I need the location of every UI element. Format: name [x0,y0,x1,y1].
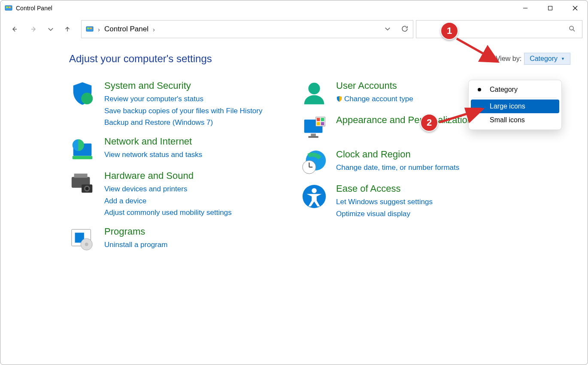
network-icon [69,136,96,163]
svg-rect-16 [73,156,93,159]
control-panel-app-icon [5,4,12,12]
window-controls [513,0,588,16]
svg-rect-4 [549,6,552,10]
breadcrumb-chevron-icon[interactable]: › [98,26,100,33]
recent-locations-button[interactable] [45,21,56,38]
svg-line-42 [457,39,494,60]
svg-point-26 [85,243,88,246]
titlebar-left: Control Panel [5,4,52,12]
appearance-icon [301,115,327,141]
close-button[interactable] [563,0,588,16]
category-link[interactable]: Let Windows suggest settings [336,196,433,208]
category-title[interactable]: Programs [104,226,167,237]
category-title[interactable]: User Accounts [336,80,413,91]
svg-rect-35 [321,122,324,125]
maximize-button[interactable] [538,0,563,16]
svg-rect-10 [87,27,89,29]
programs-icon [69,226,96,253]
page-heading: Adjust your computer's settings [69,53,212,65]
view-by-selected: Category [530,55,558,63]
category-title[interactable]: Hardware and Sound [104,170,232,181]
category-clock-region: Clock and Region Change date, time, or n… [301,149,524,175]
svg-point-22 [85,187,89,190]
printer-camera-icon [69,170,96,197]
svg-point-12 [570,26,573,30]
category-link[interactable]: Review your computer's status [104,93,263,105]
chevron-down-icon: ▼ [561,57,565,61]
back-button[interactable] [6,21,23,38]
svg-point-41 [312,188,317,193]
address-left: › Control Panel › [86,25,155,33]
category-programs: Programs Uninstall a program [69,226,292,253]
category-link[interactable]: Uninstall a program [104,239,167,250]
user-icon [301,80,327,107]
control-panel-window: Control Panel [0,0,588,365]
address-history-button[interactable] [384,25,391,34]
category-link[interactable]: View devices and printers [104,183,232,195]
menu-item-category[interactable]: Category [471,83,559,97]
search-icon[interactable] [568,25,576,34]
view-by-dropdown[interactable]: Category ▼ [524,53,570,65]
breadcrumb-chevron-icon[interactable]: › [153,26,155,33]
address-app-icon [86,25,94,33]
category-link[interactable]: Add a device [104,195,232,207]
svg-line-13 [573,30,575,31]
svg-rect-33 [321,118,324,121]
category-link[interactable]: Optimize visual display [336,208,433,220]
up-button[interactable] [59,21,76,38]
svg-rect-30 [308,136,318,138]
svg-rect-32 [317,118,320,121]
category-hardware-sound: Hardware and Sound View devices and prin… [69,170,292,218]
category-ease-of-access: Ease of Access Let Windows suggest setti… [301,183,524,220]
forward-button[interactable] [25,21,42,38]
svg-line-43 [439,110,479,122]
category-system-security: System and Security Review your computer… [69,80,292,128]
category-title[interactable]: Network and Internet [104,136,202,147]
category-left-column: System and Security Review your computer… [69,80,292,260]
category-title[interactable]: Clock and Region [336,149,459,160]
category-network-internet: Network and Internet View network status… [69,136,292,163]
category-title[interactable]: Ease of Access [336,183,433,194]
category-link[interactable]: Save backup copies of your files with Fi… [104,105,263,117]
svg-rect-19 [74,174,88,178]
address-right [384,25,409,34]
titlebar: Control Panel [0,0,588,16]
view-by-container: View by: Category ▼ [496,53,570,65]
accessibility-icon [301,183,327,210]
category-link[interactable]: Change date, time, or number formats [336,162,459,173]
svg-point-27 [308,83,320,94]
svg-rect-1 [6,6,8,8]
address-bar[interactable]: › Control Panel › [81,20,413,38]
window-title: Control Panel [16,5,52,12]
svg-rect-2 [9,6,11,8]
category-link[interactable]: Adjust commonly used mobility settings [104,207,232,218]
svg-point-14 [81,93,93,104]
minimize-button[interactable] [513,0,538,16]
category-link[interactable]: Change account type [336,93,413,105]
uac-shield-icon [336,96,342,102]
category-title[interactable]: System and Security [104,80,263,91]
annotation-badge-2: 2 [420,114,438,132]
refresh-button[interactable] [401,25,409,34]
svg-rect-34 [317,122,320,125]
annotation-badge-1: 1 [440,22,458,40]
category-link[interactable]: View network status and tasks [104,149,202,160]
breadcrumb-item[interactable]: Control Panel [104,25,149,33]
annotation-arrow-1 [455,36,502,66]
bullet-icon [478,88,481,91]
clock-globe-icon [301,149,327,175]
shield-icon [69,80,96,107]
menu-separator [473,98,557,98]
category-link[interactable]: Backup and Restore (Windows 7) [104,117,263,128]
svg-rect-29 [311,134,316,136]
svg-rect-11 [90,27,92,29]
annotation-arrow-2 [437,108,485,127]
